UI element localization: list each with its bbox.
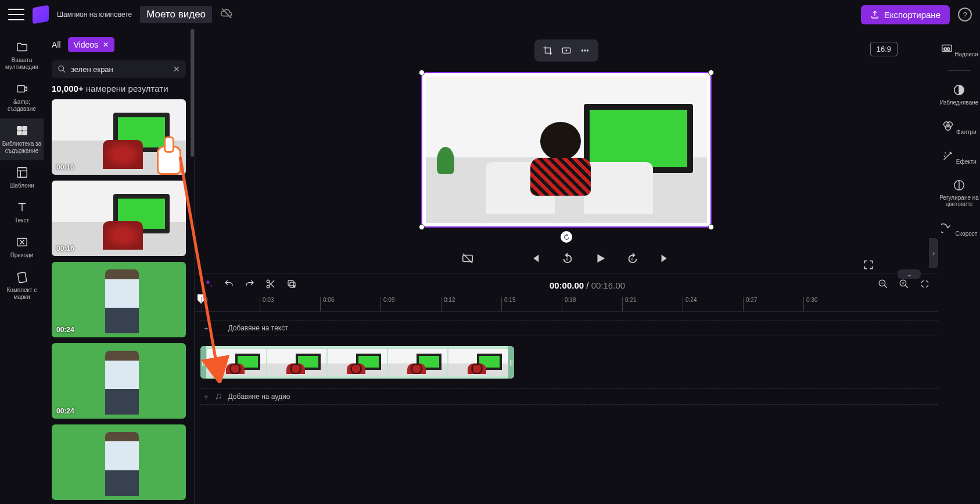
- search-bar[interactable]: ✕: [52, 60, 186, 78]
- fit-icon[interactable]: [559, 43, 574, 58]
- tab-videos-chip[interactable]: Videos ✕: [68, 37, 115, 52]
- svg-rect-5: [22, 131, 26, 135]
- plus-icon: +: [204, 393, 209, 401]
- music-note-icon: [214, 393, 222, 401]
- split-icon[interactable]: [265, 279, 276, 291]
- zoom-fit-icon[interactable]: [920, 279, 930, 291]
- plus-icon: +: [204, 324, 209, 333]
- nav-speed[interactable]: Скорост: [938, 217, 980, 242]
- video-track[interactable]: || ||: [200, 345, 938, 379]
- timeline-timecode: 00:00.00 / 00:16.00: [307, 280, 867, 290]
- svg-line-35: [905, 285, 908, 288]
- svg-point-28: [293, 286, 295, 287]
- svg-line-45: [947, 225, 950, 228]
- nav-fade[interactable]: Избледняване: [938, 79, 980, 110]
- forward-5-icon[interactable]: 5: [626, 252, 639, 267]
- nav-your-media[interactable]: Вашата мултимедия: [0, 35, 44, 77]
- fullscreen-icon[interactable]: [863, 259, 874, 273]
- svg-point-11: [59, 66, 64, 71]
- collapse-panel-right-icon[interactable]: ›: [929, 238, 938, 268]
- rewind-5-icon[interactable]: 5: [561, 252, 574, 267]
- search-input[interactable]: [71, 65, 168, 74]
- resize-handle[interactable]: [708, 70, 714, 75]
- resize-handle[interactable]: [708, 224, 714, 230]
- svg-point-37: [219, 397, 220, 398]
- nav-color-adjust[interactable]: Регулиране на цветовете: [938, 174, 980, 212]
- tab-all[interactable]: All: [52, 40, 61, 49]
- svg-point-43: [946, 125, 951, 130]
- tab-videos-label: Videos: [74, 40, 99, 49]
- rotate-handle-icon[interactable]: [561, 231, 572, 243]
- menu-button[interactable]: [8, 6, 24, 23]
- media-thumbnail[interactable]: [52, 424, 186, 500]
- svg-rect-1: [17, 86, 24, 92]
- audio-track-placeholder[interactable]: + Добавяне на аудио: [200, 388, 938, 405]
- redo-icon[interactable]: [245, 279, 255, 291]
- svg-point-16: [584, 50, 586, 51]
- timeline: 00:00.00 / 00:16.00 0 0:03 0:06 0:09 0:1…: [195, 273, 938, 504]
- svg-point-36: [216, 398, 217, 399]
- undo-icon[interactable]: [224, 279, 234, 291]
- stage-toolbar: [534, 39, 598, 62]
- media-thumbnail[interactable]: 00:16: [52, 99, 186, 175]
- text-icon: [214, 324, 222, 332]
- project-title[interactable]: Моето видео: [140, 6, 212, 23]
- nav-filters[interactable]: Филтри: [938, 115, 980, 140]
- timeline-ruler[interactable]: 0 0:03 0:06 0:09 0:12 0:15 0:18 0:21 0:2…: [195, 297, 938, 312]
- cloud-sync-off-icon[interactable]: [220, 7, 233, 22]
- preview-canvas[interactable]: [421, 72, 712, 228]
- aspect-ratio-selector[interactable]: 16:9: [870, 42, 898, 56]
- video-clip[interactable]: || ||: [200, 346, 514, 379]
- svg-point-17: [587, 50, 588, 51]
- svg-text:5: 5: [566, 257, 568, 262]
- left-nav: Вашата мултимедия &amp; създаване Библио…: [0, 29, 44, 504]
- ai-sparkle-icon[interactable]: [203, 279, 213, 291]
- export-button-label: Експортиране: [884, 10, 940, 20]
- nav-brand-kit[interactable]: Комплект с марки: [0, 265, 44, 307]
- timeline-toolbar: 00:00.00 / 00:16.00: [195, 273, 938, 297]
- media-thumbnail[interactable]: 00:24: [52, 262, 186, 337]
- nav-effects[interactable]: Ефекти: [938, 145, 980, 170]
- zoom-out-icon[interactable]: [878, 279, 888, 291]
- timeline-tracks[interactable]: + Добавяне на текст || || + Добавяне на …: [195, 312, 938, 422]
- breadcrumb[interactable]: Шампион на клиповете: [57, 10, 132, 19]
- resize-handle[interactable]: [419, 70, 425, 75]
- duplicate-icon[interactable]: [286, 279, 297, 291]
- export-button[interactable]: Експортиране: [861, 5, 950, 24]
- resize-handle[interactable]: [419, 224, 425, 230]
- clip-trim-left[interactable]: ||: [200, 346, 206, 379]
- skip-start-icon[interactable]: [529, 252, 541, 267]
- stage-column: 16:9 5 5 ⌄: [195, 29, 938, 504]
- skip-end-icon[interactable]: [659, 252, 672, 267]
- top-bar: Шампион на клиповете Моето видео Експорт…: [0, 0, 980, 29]
- svg-point-15: [581, 50, 583, 51]
- nav-transitions[interactable]: Преходи: [0, 230, 44, 265]
- cursor-hand-icon: [150, 140, 185, 175]
- svg-rect-2: [17, 127, 21, 130]
- app-logo-icon: [33, 5, 49, 24]
- more-icon[interactable]: [577, 43, 593, 58]
- media-thumbnail[interactable]: 00:24: [52, 343, 186, 419]
- nav-captions[interactable]: CC Надписи: [938, 37, 980, 62]
- clear-search-icon[interactable]: ✕: [173, 64, 180, 74]
- close-icon[interactable]: ✕: [103, 41, 109, 49]
- media-thumbnail[interactable]: 00:16: [52, 181, 186, 256]
- text-track-placeholder[interactable]: + Добавяне на текст: [200, 320, 938, 336]
- nav-text[interactable]: Текст: [0, 195, 44, 230]
- svg-text:5: 5: [631, 257, 633, 262]
- thumbnail-list[interactable]: 00:16 00:16 00:24 00:24: [44, 99, 194, 504]
- svg-rect-6: [17, 168, 27, 178]
- crop-icon[interactable]: [540, 43, 555, 58]
- nav-templates[interactable]: Шаблони: [0, 160, 44, 195]
- play-icon[interactable]: [594, 252, 606, 267]
- help-icon[interactable]: ?: [958, 8, 972, 21]
- nav-record[interactable]: &amp; създаване: [0, 77, 44, 118]
- remove-watermark-icon[interactable]: [461, 252, 474, 267]
- nav-content-library[interactable]: Библиотека за съдържание: [0, 118, 44, 160]
- search-icon: [58, 64, 66, 74]
- thumbnail-duration: 00:16: [56, 244, 74, 253]
- zoom-in-icon[interactable]: [899, 279, 909, 291]
- svg-point-14: [566, 50, 567, 51]
- side-panel: All Videos ✕ ✕ 10,000+ намерени резултат…: [44, 29, 195, 504]
- clip-trim-right[interactable]: ||: [508, 346, 514, 379]
